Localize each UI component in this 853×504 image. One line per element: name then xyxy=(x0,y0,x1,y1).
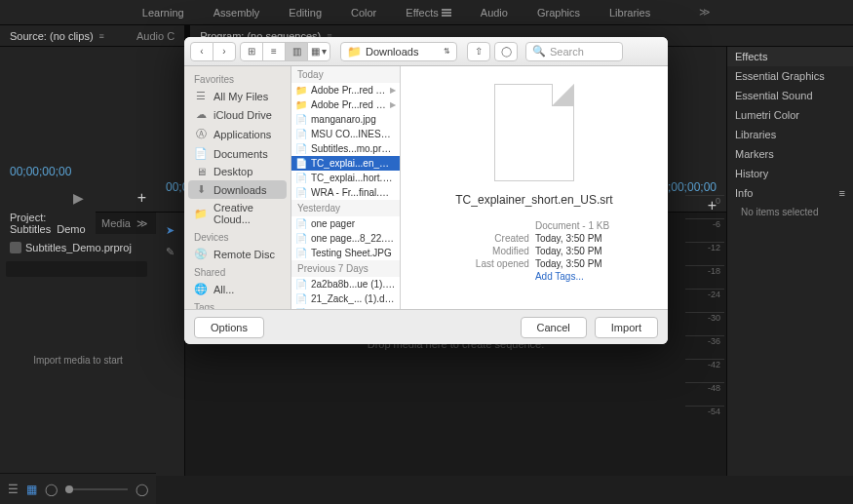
file-name: TC_explai...en_US.srt xyxy=(311,158,396,169)
preview-column: TC_explainer_short.en_US.srt Document - … xyxy=(401,66,668,309)
file-name: 2a2ba8b...ue (1).jpg xyxy=(311,279,396,290)
cancel-button[interactable]: Cancel xyxy=(521,317,587,338)
tab-audio[interactable]: Audio xyxy=(481,7,508,19)
sidebar-all-my-files[interactable]: ☰All My Files xyxy=(184,87,291,105)
selection-tool-icon[interactable]: ➤ xyxy=(161,220,180,240)
sidebar-shared-all[interactable]: 🌐All... xyxy=(184,280,291,298)
panel-libraries[interactable]: Libraries xyxy=(727,125,853,144)
meta-value: Document - 1 KB xyxy=(535,220,609,231)
tab-libraries[interactable]: Libraries xyxy=(609,7,650,19)
pen-tool-icon[interactable]: ✎ xyxy=(161,242,180,261)
file-item[interactable]: 📄Testing Sheet.JPG xyxy=(291,246,400,260)
meta-key xyxy=(459,220,529,231)
source-audio-tab[interactable]: Audio C xyxy=(127,25,184,46)
hamburger-icon[interactable]: ≡ xyxy=(839,187,845,199)
file-name: Adobe Pr...red Audio xyxy=(311,85,386,96)
freeform-view-icon[interactable]: ◯ xyxy=(45,483,58,496)
file-name: MSU CO...INESS.jpg xyxy=(311,129,396,139)
panel-overflow-icon[interactable]: ≫ xyxy=(136,217,148,230)
cloud-icon: ☁ xyxy=(194,108,208,121)
file-section-header: Yesterday xyxy=(291,200,400,216)
file-icon: 📄 xyxy=(295,279,307,290)
panel-markers[interactable]: Markers xyxy=(727,144,853,164)
search-icon: 🔍 xyxy=(532,45,546,58)
panel-history[interactable]: History xyxy=(727,164,853,183)
file-item[interactable]: 📁Adobe Pr...red Audio▶ xyxy=(291,83,400,97)
sidebar-creative-cloud[interactable]: 📁Creative Cloud... xyxy=(184,199,291,228)
dialog-toolbar: ‹ › ⊞ ≡ ▥ ▦ ▾ 📁 Downloads ⇅ ⇧ ◯ 🔍 Search xyxy=(184,37,668,66)
tab-effects[interactable]: Effects xyxy=(406,7,451,19)
sidebar-documents[interactable]: 📄Documents xyxy=(184,144,291,163)
sidebar-section-tags: Tags xyxy=(184,298,291,309)
project-search-input[interactable] xyxy=(6,261,147,277)
nav-back-button[interactable]: ‹ xyxy=(190,42,213,61)
source-monitor: 00;00;00;00 ▶ + xyxy=(0,47,156,213)
dialog-search-input[interactable]: 🔍 Search xyxy=(525,42,623,61)
file-item[interactable]: 📁Adobe Pr...red Video▶ xyxy=(291,97,400,112)
view-gallery-button[interactable]: ▦ ▾ xyxy=(307,42,330,61)
file-icon: 📄 xyxy=(295,233,307,244)
file-item[interactable]: 📄21_Zack_... (1).docx xyxy=(291,291,400,306)
info-status: No items selected xyxy=(727,203,853,221)
panel-essential-sound[interactable]: Essential Sound xyxy=(727,86,853,105)
panel-essential-graphics[interactable]: Essential Graphics xyxy=(727,66,853,86)
play-icon[interactable]: ▶ xyxy=(73,190,84,206)
tab-graphics[interactable]: Graphics xyxy=(537,7,580,19)
project-filename: Subtitles_Demo.prproj xyxy=(25,242,132,253)
dialog-footer: Options Cancel Import xyxy=(184,309,668,344)
file-section-header: Previous 7 Days xyxy=(291,260,400,277)
file-item[interactable]: 📄MSU CO...INESS.jpg xyxy=(291,127,400,141)
file-icon: 📄 xyxy=(295,114,307,125)
sidebar-applications[interactable]: ⒶApplications xyxy=(184,124,291,144)
file-item[interactable]: 📄Subtitles...mo.prproj xyxy=(291,141,400,156)
hamburger-icon[interactable]: ≡ xyxy=(99,31,104,41)
right-panel: Effects Essential Graphics Essential Sou… xyxy=(726,47,853,476)
file-item[interactable]: 📄one pager xyxy=(291,216,400,231)
file-icon: 📄 xyxy=(295,143,307,154)
tags-button[interactable]: ◯ xyxy=(494,42,518,61)
sort-icon[interactable]: ◯ xyxy=(136,483,148,496)
chevron-updown-icon: ⇅ xyxy=(444,47,450,56)
share-button[interactable]: ⇧ xyxy=(467,42,490,61)
file-item[interactable]: 📄one page...8_22.pdf xyxy=(291,231,400,246)
folder-icon: 📁 xyxy=(347,45,362,58)
tab-color[interactable]: Color xyxy=(351,7,376,19)
location-dropdown[interactable]: 📁 Downloads ⇅ xyxy=(340,42,457,61)
tab-editing[interactable]: Editing xyxy=(289,7,322,19)
file-item[interactable]: 📄TC_explai...hort.mp4 xyxy=(291,171,400,185)
file-name: manganaro.jpg xyxy=(311,114,396,125)
downloads-icon: ⬇ xyxy=(194,183,208,196)
sidebar-icloud[interactable]: ☁iCloud Drive xyxy=(184,105,291,124)
sidebar-remote-disc[interactable]: 💿Remote Disc xyxy=(184,245,291,263)
file-item[interactable]: 📄manganaro.jpg xyxy=(291,112,400,127)
view-columns-button[interactable]: ▥ xyxy=(285,42,308,61)
sidebar-section-favorites: Favorites xyxy=(184,70,291,87)
tab-learning[interactable]: Learning xyxy=(142,7,184,19)
panel-info[interactable]: Info≡ xyxy=(727,183,853,203)
options-button[interactable]: Options xyxy=(194,317,264,338)
source-tab[interactable]: Source: (no clips) ≡ xyxy=(0,25,127,46)
workspace-tabs: Learning Assembly Editing Color Effects … xyxy=(0,0,853,25)
file-item[interactable]: 📄WRA - Fr...final.mov xyxy=(291,185,400,200)
workspace-overflow-icon[interactable]: ≫ xyxy=(699,6,711,19)
add-tags-link[interactable]: Add Tags... xyxy=(535,271,584,282)
import-hint: Import media to start xyxy=(6,355,150,366)
zoom-slider[interactable] xyxy=(65,488,128,490)
tab-assembly[interactable]: Assembly xyxy=(213,7,260,19)
effects-panel-header[interactable]: Effects xyxy=(727,47,853,66)
media-tab[interactable]: Media xyxy=(96,217,136,229)
sidebar-downloads[interactable]: ⬇Downloads xyxy=(188,180,287,199)
view-list-button[interactable]: ≡ xyxy=(262,42,286,61)
icon-view-icon[interactable]: ▦ xyxy=(26,483,37,496)
import-button[interactable]: Import xyxy=(595,317,658,338)
view-icons-button[interactable]: ⊞ xyxy=(240,42,263,61)
apps-icon: Ⓐ xyxy=(194,127,208,141)
sidebar-desktop[interactable]: 🖥Desktop xyxy=(184,163,291,180)
panel-lumetri-color[interactable]: Lumetri Color xyxy=(727,105,853,125)
file-name: Subtitles...mo.prproj xyxy=(311,143,396,154)
add-button-icon[interactable]: + xyxy=(137,189,146,207)
file-item[interactable]: 📄2a2ba8b...ue (1).jpg xyxy=(291,277,400,291)
list-view-icon[interactable]: ☰ xyxy=(8,483,19,496)
file-item[interactable]: 📄TC_explai...en_US.srt xyxy=(291,156,400,171)
nav-forward-button[interactable]: › xyxy=(213,42,236,61)
